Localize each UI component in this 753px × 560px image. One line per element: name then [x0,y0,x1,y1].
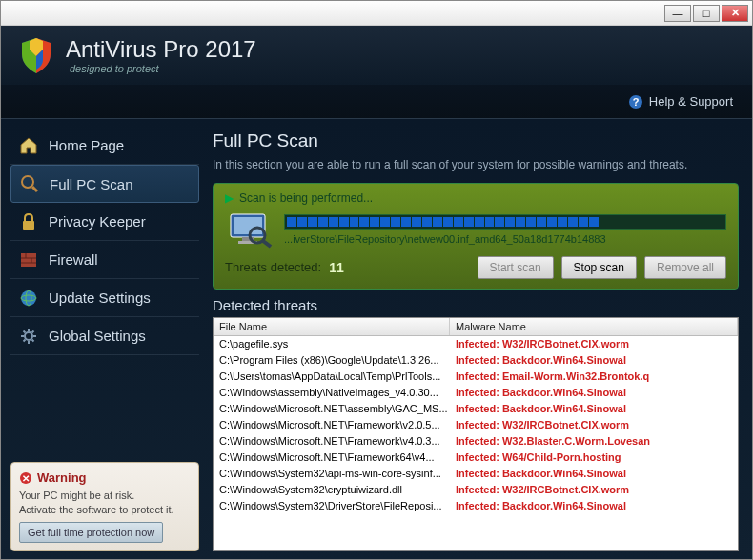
cell-filename: C:\Windows\Microsoft.NET\assembly\GAC_MS… [214,403,450,414]
get-protection-button[interactable]: Get full time protection now [19,522,163,543]
svg-point-2 [22,176,33,188]
sidebar-item-update-settings[interactable]: Update Settings [10,279,199,317]
warning-box: ✕ Warning Your PC might be at risk. Acti… [10,462,199,551]
table-row[interactable]: C:\Windows\Microsoft.NET\assembly\GAC_MS… [214,401,738,417]
svg-line-3 [32,187,37,191]
search-icon [19,173,40,194]
maximize-button[interactable]: □ [693,5,720,22]
svg-line-21 [263,241,271,247]
warning-text: Your PC might be at risk. Activate the s… [19,489,191,516]
table-row[interactable]: C:\Windows\Microsoft.NET\Framework\v2.0.… [214,417,738,433]
svg-text:✕: ✕ [22,473,30,484]
progress-bar [284,214,726,230]
svg-rect-17 [234,217,262,234]
cell-malware: Infected: Email-Worm.Win32.Brontok.q [450,370,738,382]
help-support-label: Help & Support [649,94,733,109]
titlebar: — □ ✕ [1,1,752,26]
app-header: AntiVirus Pro 2017 designed to protect [1,26,752,85]
svg-point-10 [21,290,36,306]
cell-filename: C:\Windows\System32\DriverStore\FileRepo… [214,500,450,511]
sidebar-item-home-page[interactable]: Home Page [10,127,199,165]
cell-malware: Infected: Backdoor.Win64.Sinowal [450,354,738,366]
sidebar-item-label: Full PC Scan [50,176,133,192]
app-title: AntiVirus Pro 2017 [66,36,256,63]
cell-filename: C:\Users\tomas\AppData\Local\Temp\PrlToo… [214,370,450,382]
cell-malware: Infected: Backdoor.Win64.Sinowal [450,403,738,414]
cell-malware: Infected: W64/Child-Porn.hosting [450,451,738,463]
detected-threats-title: Detected threats [213,297,739,313]
svg-rect-4 [23,221,34,230]
sidebar-item-global-settings[interactable]: Global Settings [10,317,199,355]
cell-malware: Infected: W32/IRCBotnet.CIX.worm [450,338,738,350]
cell-malware: Infected: Backdoor.Win64.Sinowal [450,500,738,511]
stop-scan-button[interactable]: Stop scan [561,256,637,279]
threats-table: File Name Malware Name C:\pagefile.sysIn… [213,317,739,551]
threats-detected-label: Threats detected: [225,260,321,274]
cell-filename: C:\Windows\Microsoft.NET\Framework\v2.0.… [214,419,450,430]
table-row[interactable]: C:\Windows\Microsoft.NET\Framework\v4.0.… [214,433,738,450]
lock-icon [18,211,39,232]
table-row[interactable]: C:\Windows\System32\cryptuiwizard.dllInf… [214,482,738,498]
table-row[interactable]: C:\Program Files (x86)\Google\Update\1.3… [214,352,738,369]
cell-filename: C:\Program Files (x86)\Google\Update\1.3… [214,354,450,366]
globe-icon [18,288,39,309]
monitor-scan-icon [225,210,275,249]
close-button[interactable]: ✕ [722,5,748,22]
column-header-filename[interactable]: File Name [214,318,450,335]
sidebar-item-label: Firewall [49,251,98,268]
sidebar-item-label: Global Settings [49,328,146,344]
cell-malware: Infected: W32/IRCBotnet.CIX.worm [450,484,738,495]
gear-icon [18,326,39,347]
svg-point-13 [25,332,32,340]
home-icon [18,135,39,156]
subheader: ? Help & Support [1,85,752,119]
sidebar: Home PageFull PC ScanPrivacy KeeperFirew… [1,119,209,559]
start-scan-button[interactable]: Start scan [478,256,554,279]
sidebar-item-label: Home Page [49,137,124,153]
table-row[interactable]: C:\Windows\System32\api-ms-win-core-sysi… [214,466,738,482]
svg-rect-5 [21,253,36,267]
sidebar-item-firewall[interactable]: Firewall [10,241,199,279]
table-header-row: File Name Malware Name [214,318,738,336]
cell-malware: Infected: Backdoor.Win64.Sinowal [450,468,738,479]
threats-detected-count: 11 [329,260,344,275]
alert-icon: ✕ [19,471,32,485]
cell-filename: C:\Windows\System32\cryptuiwizard.dll [214,484,450,495]
main-panel: Full PC Scan In this section you are abl… [209,119,752,559]
remove-all-button[interactable]: Remove all [644,256,726,279]
help-support-link[interactable]: ? Help & Support [628,94,733,110]
cell-malware: Infected: W32.Blaster.C.Worm.Lovesan [450,435,738,447]
shield-logo-icon [16,35,56,75]
firewall-icon [18,250,39,270]
minimize-button[interactable]: — [664,5,691,22]
cell-filename: C:\Windows\Microsoft.NET\Framework64\v4.… [214,451,450,463]
cell-filename: C:\Windows\Microsoft.NET\Framework\v4.0.… [214,435,450,447]
page-description: In this section you are able to run a fu… [213,157,739,173]
cell-malware: Infected: W32/IRCBotnet.CIX.worm [450,419,738,430]
sidebar-item-privacy-keeper[interactable]: Privacy Keeper [10,203,199,241]
table-row[interactable]: C:\pagefile.sysInfected: W32/IRCBotnet.C… [214,336,738,352]
sidebar-item-label: Update Settings [49,290,151,306]
scan-status: ▶ Scan is being performed... [225,191,726,205]
table-row[interactable]: C:\Windows\System32\DriverStore\FileRepo… [214,498,738,514]
table-row[interactable]: C:\Users\tomas\AppData\Local\Temp\PrlToo… [214,369,738,385]
scan-panel: ▶ Scan is being performed... ...iver [213,183,739,290]
cell-filename: C:\Windows\System32\api-ms-win-core-sysi… [214,468,450,479]
sidebar-item-label: Privacy Keeper [49,213,146,230]
help-icon: ? [628,94,643,110]
cell-filename: C:\pagefile.sys [214,338,450,350]
cell-filename: C:\Windows\assembly\NativeImages_v4.0.30… [214,387,450,398]
column-header-malware[interactable]: Malware Name [450,318,738,335]
scan-current-path: ...iverStore\FileRepository\netwew00.inf… [284,233,726,245]
table-row[interactable]: C:\Windows\assembly\NativeImages_v4.0.30… [214,385,738,401]
app-subtitle: designed to protect [70,63,256,74]
table-row[interactable]: C:\Windows\Microsoft.NET\Framework64\v4.… [214,450,738,466]
cell-malware: Infected: Backdoor.Win64.Sinowal [450,387,738,398]
page-title: Full PC Scan [213,130,739,151]
sidebar-item-full-pc-scan[interactable]: Full PC Scan [10,165,199,203]
warning-title: ✕ Warning [19,470,191,485]
svg-text:?: ? [632,96,639,108]
